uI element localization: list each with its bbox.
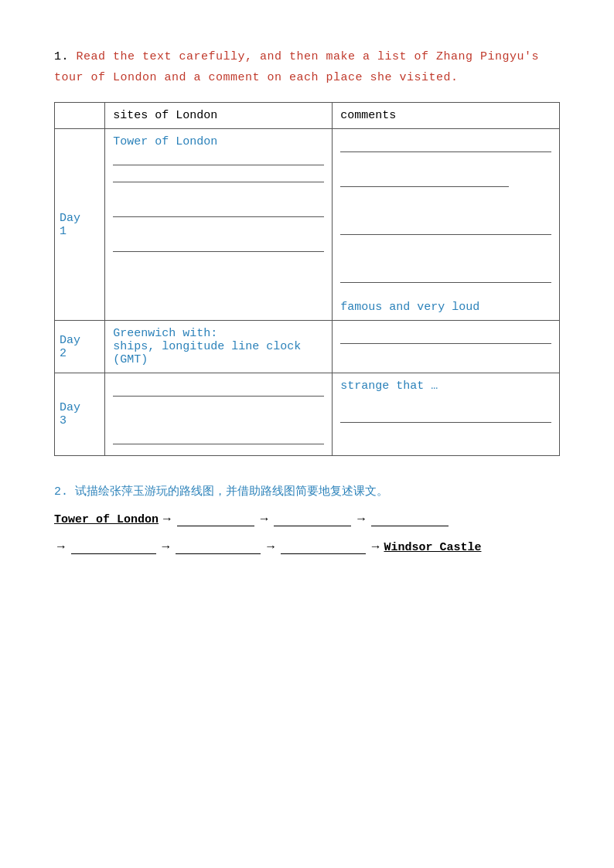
day3-comment-text: strange that … bbox=[340, 380, 438, 393]
route-line-1: Tower of London → → → bbox=[54, 512, 560, 526]
day1-comment-text: famous and very loud bbox=[340, 301, 479, 314]
arrow-3: → bbox=[357, 512, 365, 526]
day1-sites-cell: Tower of London bbox=[105, 129, 333, 321]
q1-number: 1. bbox=[54, 50, 69, 63]
day3-comment2-blank bbox=[340, 410, 551, 423]
route-blank-2 bbox=[274, 512, 351, 526]
sites-table: sites of London comments Day1 Tower of L… bbox=[54, 102, 560, 456]
route-blank-6 bbox=[281, 540, 366, 554]
header-comments-cell: comments bbox=[333, 103, 560, 129]
route-end-label: Windsor Castle bbox=[384, 541, 481, 554]
day2-comments-cell bbox=[333, 321, 560, 373]
day1-comment2-blank bbox=[340, 175, 509, 187]
day1-site2-blank bbox=[113, 153, 324, 165]
day1-comment4-blank bbox=[340, 271, 551, 283]
q2-number: 2. bbox=[54, 485, 75, 499]
question-1-text: 1. Read the text carefully, and then mak… bbox=[54, 46, 560, 88]
day1-comments-cell: famous and very loud bbox=[333, 129, 560, 321]
header-day-cell bbox=[55, 103, 105, 129]
day1-comment1-blank bbox=[340, 140, 551, 152]
route-blank-3 bbox=[371, 512, 449, 526]
day2-label: Day2 bbox=[55, 321, 105, 373]
greenwich-gmt: (GMT) bbox=[113, 353, 148, 366]
table-row-day3: Day3 strange that … bbox=[55, 373, 560, 456]
greenwich-detail: ships, longitude line clock bbox=[113, 340, 301, 353]
arrow-7: → bbox=[372, 540, 380, 554]
day3-site1-blank bbox=[113, 384, 324, 397]
day3-sites-cell bbox=[105, 373, 333, 456]
route-line-2: → → → → Windsor Castle bbox=[54, 540, 560, 554]
arrow-5: → bbox=[162, 540, 170, 554]
table-header-row: sites of London comments bbox=[55, 103, 560, 129]
day2-comment1-blank bbox=[340, 332, 551, 344]
day1-site4-blank bbox=[113, 205, 324, 217]
arrow-6: → bbox=[267, 540, 275, 554]
route-start-label: Tower of London bbox=[54, 513, 159, 526]
route-blank-1 bbox=[177, 512, 254, 526]
day1-comment3-blank bbox=[340, 223, 551, 235]
day1-site3-blank bbox=[113, 170, 324, 182]
route-blank-5 bbox=[176, 540, 261, 554]
question-2-title: 2. 试描绘张萍玉游玩的路线图，并借助路线图简要地复述课文。 bbox=[54, 484, 560, 499]
question-2: 2. 试描绘张萍玉游玩的路线图，并借助路线图简要地复述课文。 Tower of … bbox=[54, 484, 560, 554]
day1-label: Day1 bbox=[55, 129, 105, 321]
route-blank-4 bbox=[71, 540, 156, 554]
table-row-day1: Day1 Tower of London famous an bbox=[55, 129, 560, 321]
table-row-day2: Day2 Greenwich with: ships, longitude li… bbox=[55, 321, 560, 373]
tower-of-london: Tower of London bbox=[113, 135, 217, 148]
day2-sites-cell: Greenwich with: ships, longitude line cl… bbox=[105, 321, 333, 373]
day3-label: Day3 bbox=[55, 373, 105, 456]
arrow-2: → bbox=[261, 512, 268, 526]
question-1: 1. Read the text carefully, and then mak… bbox=[54, 46, 560, 456]
day1-site5-blank bbox=[113, 240, 324, 252]
arrow-4: → bbox=[57, 540, 65, 554]
day3-site2-blank bbox=[113, 432, 324, 444]
day3-comments-cell: strange that … bbox=[333, 373, 560, 456]
header-sites-cell: sites of London bbox=[105, 103, 333, 129]
greenwich-text: Greenwich with: bbox=[113, 327, 217, 340]
arrow-1: → bbox=[163, 512, 171, 526]
